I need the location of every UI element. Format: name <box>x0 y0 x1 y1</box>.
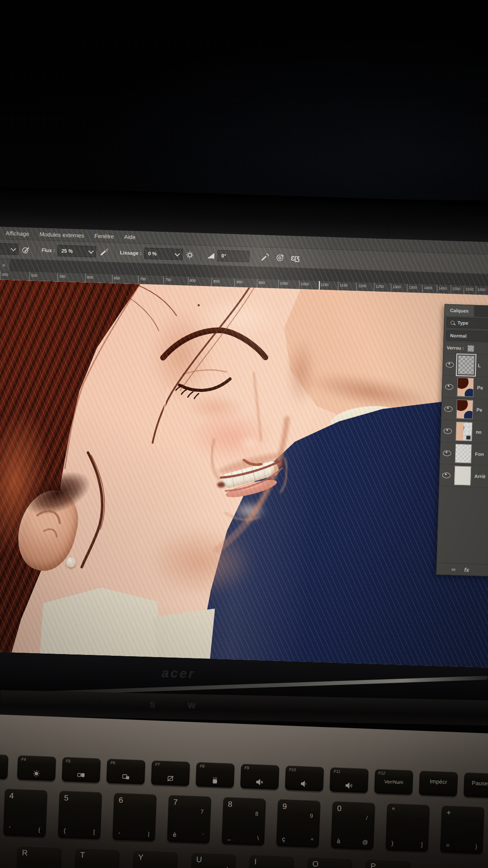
key-4: 4'{ <box>3 789 47 837</box>
layer-row[interactable]: Fon <box>440 442 488 466</box>
layer-thumbnail[interactable] <box>458 355 475 375</box>
layer-name[interactable]: Pe <box>476 407 482 412</box>
keyboard-deck: F4F5F6F7F8AF9F10F11F12VerrNumImpécrPause… <box>0 714 488 868</box>
vol-down-icon <box>285 779 324 788</box>
paint-symmetry-icon[interactable]: Ɛ|Ʒ <box>291 254 299 262</box>
menu-item-aide[interactable]: Aide <box>124 233 135 240</box>
tab-calques[interactable]: Calques <box>445 305 474 317</box>
key-f11: F11 <box>330 767 369 793</box>
layer-row[interactable]: Pe <box>442 375 488 400</box>
key-6: 6-| <box>112 793 157 842</box>
document-tab[interactable]: mes, RVB/8) * × <box>0 258 10 271</box>
layer-name[interactable]: Arriè <box>474 473 485 479</box>
key-pause-at: Pause At <box>463 773 488 798</box>
divider <box>253 251 254 263</box>
key-9: 99ç^ <box>276 799 321 848</box>
layer-thumbnail[interactable] <box>456 400 473 419</box>
key-f12: F12VerrNum <box>374 769 413 795</box>
layers-panel: Calques Type Normal Verrou : LPePenoFonA… <box>436 304 488 577</box>
layer-name[interactable]: L <box>478 363 481 368</box>
key-7: 77è` <box>167 795 211 844</box>
key-f10: F10 <box>285 766 324 791</box>
airbrush-icon[interactable] <box>99 247 109 256</box>
touchpad-off-icon <box>151 774 190 783</box>
search-icon <box>451 320 455 324</box>
menu-item-modules-externes[interactable]: Modules externes <box>39 231 84 239</box>
panel-footer: ∞ fx <box>436 562 488 576</box>
kbd-backlight-icon: A <box>196 776 234 785</box>
flow-label: Flux : <box>42 247 55 253</box>
layer-name[interactable]: Pe <box>477 385 483 390</box>
visibility-eye-icon[interactable] <box>445 384 453 390</box>
divider <box>36 244 37 256</box>
blend-mode-select[interactable]: Normal <box>446 330 488 342</box>
opacity-pressure-icon[interactable] <box>22 245 31 254</box>
key-u: U4 <box>190 852 236 868</box>
angle-input[interactable]: 0° <box>217 250 250 262</box>
visibility-eye-icon[interactable] <box>444 428 452 434</box>
divider <box>115 247 116 259</box>
blend-mode-value: Normal <box>450 333 467 339</box>
key-0: 0/à@ <box>331 801 375 850</box>
visibility-eye-icon[interactable] <box>445 362 454 368</box>
smoothing-label: Lissage : <box>120 250 141 256</box>
key-r: R <box>16 845 62 868</box>
chevron-down-icon <box>11 246 16 251</box>
mute-icon <box>240 778 279 786</box>
chevron-down-icon <box>175 251 180 256</box>
key-p: P* <box>364 859 410 868</box>
key-8: 88_\ <box>222 797 266 845</box>
painting-line-art <box>0 279 488 668</box>
painting-canvas[interactable] <box>0 279 488 668</box>
layer-name[interactable]: no <box>476 429 482 434</box>
layer-thumbnail[interactable] <box>455 444 472 463</box>
pen-pressure-size-icon[interactable] <box>260 253 270 262</box>
key-f8: F8A <box>196 762 235 788</box>
photo-glow <box>0 0 488 200</box>
pen-pressure-opacity-icon[interactable] <box>275 253 285 263</box>
flow-input[interactable]: 25 % <box>57 245 86 257</box>
link-layers-icon[interactable]: ∞ <box>452 566 456 572</box>
bezel-reflection: S <box>150 700 156 710</box>
layer-thumbnail[interactable] <box>457 378 474 397</box>
key-5: 5([ <box>58 791 102 839</box>
smoothing-dropdown[interactable] <box>173 249 183 260</box>
brightness-icon <box>17 769 56 778</box>
layer-row[interactable]: no <box>441 420 488 444</box>
angle-icon <box>207 253 214 258</box>
layer-style-icon[interactable]: fx <box>464 566 469 573</box>
key-f4: F4 <box>17 755 56 781</box>
gear-icon[interactable] <box>186 250 194 259</box>
visibility-eye-icon[interactable] <box>442 472 450 478</box>
vol-up-icon <box>330 781 368 790</box>
panel-empty-area <box>437 486 488 565</box>
key-o: O6 <box>306 857 352 868</box>
layer-name[interactable]: Fon <box>475 451 484 457</box>
visibility-eye-icon[interactable] <box>443 450 451 456</box>
key-impécr: Impécr <box>419 771 458 796</box>
layer-row[interactable]: L <box>443 354 488 378</box>
key-°: °)] <box>386 803 430 852</box>
key-f7: F7 <box>151 760 190 786</box>
layer-thumbnail[interactable] <box>454 466 471 485</box>
layer-filter-field[interactable]: Type <box>446 317 488 330</box>
close-icon[interactable]: × <box>2 262 6 268</box>
lock-transparency-icon[interactable] <box>467 345 474 352</box>
layer-thumbnail[interactable] <box>455 421 472 441</box>
layer-row[interactable]: Pe <box>442 398 488 422</box>
visibility-eye-icon[interactable] <box>444 406 452 412</box>
laptop-screen: iltre3DAffichageModules externesFenêtreA… <box>0 186 488 717</box>
menu-item-affichage[interactable]: Affichage <box>6 230 29 237</box>
key-i: I5 <box>248 855 294 868</box>
layer-row[interactable]: Arriè <box>439 464 488 488</box>
smoothing-input[interactable]: 0 % <box>144 248 173 260</box>
opacity-dropdown[interactable] <box>9 243 19 255</box>
chevron-down-icon <box>88 248 94 254</box>
layers-list: LPePenoFonArriè <box>439 354 488 489</box>
photoshop-window: iltre3DAffichageModules externesFenêtreA… <box>0 226 488 668</box>
menu-item-fenêtre[interactable]: Fenêtre <box>94 233 114 240</box>
key-f6: F6 <box>106 759 145 784</box>
acer-logo: acer <box>160 665 197 681</box>
opacity-input[interactable]: 78 % <box>0 243 9 255</box>
flow-dropdown[interactable] <box>86 246 96 258</box>
